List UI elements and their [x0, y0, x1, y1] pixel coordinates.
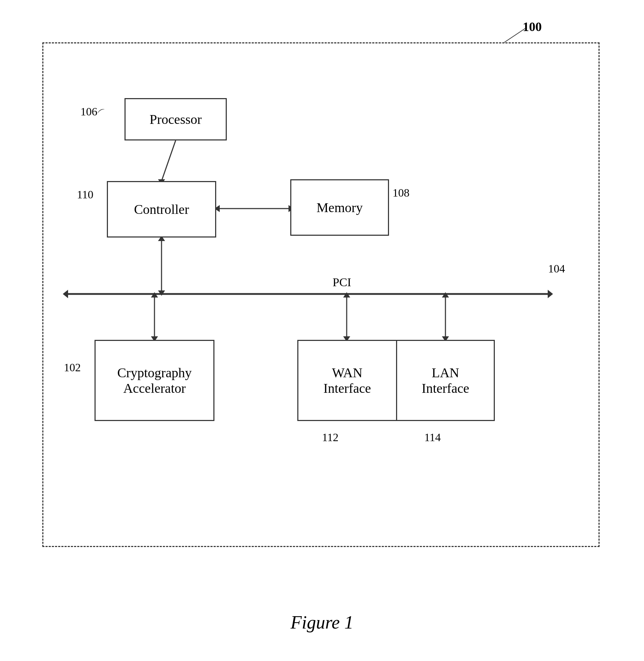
svg-marker-15 — [343, 292, 350, 298]
label-112: 112 — [322, 431, 339, 444]
memory-box: Memory — [290, 179, 389, 236]
lan-box: LANInterface — [396, 340, 495, 421]
label-114: 114 — [424, 431, 441, 444]
label-100: 100 — [523, 19, 542, 34]
tick-106: ⌒ — [96, 106, 110, 121]
crypto-box: CryptographyAccelerator — [95, 340, 214, 421]
processor-label: Processor — [150, 112, 202, 127]
label-108: 108 — [393, 186, 409, 199]
svg-line-0 — [162, 140, 176, 181]
label-106: 106 — [80, 105, 97, 118]
wan-box: WANInterface — [297, 340, 396, 421]
label-104: 104 — [548, 262, 565, 275]
main-diagram-box: PCI 104 Processor 106 ⌒ Controller 110 M… — [42, 42, 600, 547]
controller-box: Controller — [107, 181, 216, 238]
svg-marker-12 — [151, 292, 158, 298]
label-102: 102 — [64, 361, 81, 374]
processor-box: Processor — [124, 98, 227, 140]
svg-marker-10 — [158, 290, 165, 296]
lan-label: LANInterface — [422, 365, 469, 396]
wan-label: WANInterface — [323, 365, 371, 396]
figure-caption: Figure 1 — [291, 612, 354, 633]
svg-marker-7 — [548, 290, 553, 298]
pci-label: PCI — [333, 276, 351, 289]
controller-label: Controller — [134, 202, 189, 217]
svg-marker-6 — [63, 290, 68, 298]
page-container: 100 — [0, 0, 644, 661]
crypto-label: CryptographyAccelerator — [117, 365, 192, 396]
label-110: 110 — [77, 188, 93, 201]
svg-marker-18 — [442, 292, 449, 298]
memory-label: Memory — [317, 200, 363, 215]
